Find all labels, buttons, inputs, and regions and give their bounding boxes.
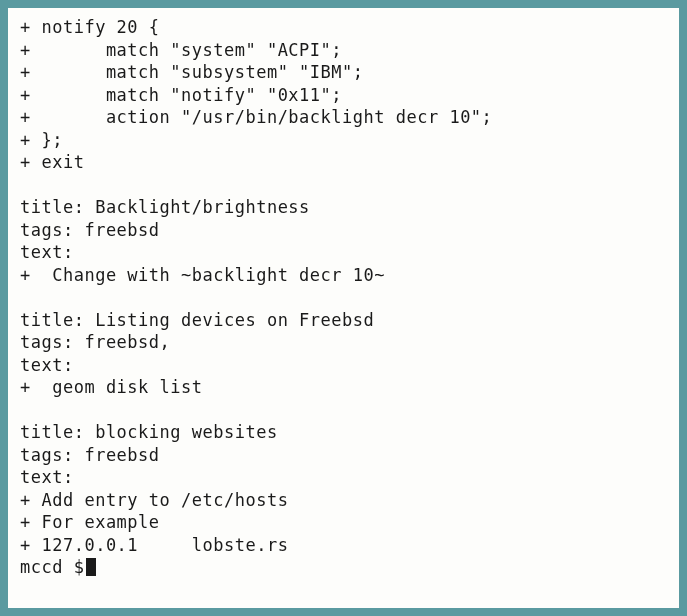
output-line: + match "subsystem" "IBM"; xyxy=(20,61,667,84)
output-line: + match "notify" "0x11"; xyxy=(20,84,667,107)
output-line: + notify 20 { xyxy=(20,16,667,39)
terminal-window[interactable]: + notify 20 {+ match "system" "ACPI";+ m… xyxy=(8,8,679,608)
output-line: tags: freebsd, xyxy=(20,331,667,354)
output-line: title: Listing devices on Freebsd xyxy=(20,309,667,332)
output-line: title: blocking websites xyxy=(20,421,667,444)
output-line: text: xyxy=(20,354,667,377)
output-line: title: Backlight/brightness xyxy=(20,196,667,219)
output-line: + 127.0.0.1 lobste.rs xyxy=(20,534,667,557)
output-line: + For example xyxy=(20,511,667,534)
output-line: + action "/usr/bin/backlight decr 10"; xyxy=(20,106,667,129)
output-line: + Change with ~backlight decr 10~ xyxy=(20,264,667,287)
output-line: + geom disk list xyxy=(20,376,667,399)
output-line: + exit xyxy=(20,151,667,174)
output-line: + match "system" "ACPI"; xyxy=(20,39,667,62)
prompt-line[interactable]: mccd $ xyxy=(20,556,667,579)
output-line: + }; xyxy=(20,129,667,152)
output-line: + Add entry to /etc/hosts xyxy=(20,489,667,512)
output-line: text: xyxy=(20,466,667,489)
output-line: text: xyxy=(20,241,667,264)
terminal-output: + notify 20 {+ match "system" "ACPI";+ m… xyxy=(20,16,667,556)
output-line: tags: freebsd xyxy=(20,444,667,467)
output-line: tags: freebsd xyxy=(20,219,667,242)
cursor xyxy=(86,558,96,576)
prompt-text: mccd $ xyxy=(20,556,84,579)
